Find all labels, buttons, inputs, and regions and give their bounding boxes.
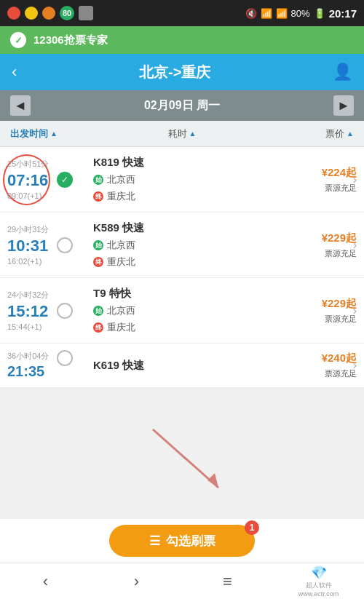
- next-date-button[interactable]: ►: [333, 95, 354, 116]
- nav-back-button[interactable]: ‹: [24, 563, 68, 599]
- page-title: 北京->重庆: [139, 63, 210, 82]
- battery-level: 80%: [291, 8, 310, 19]
- logo-icon: 💎: [311, 565, 327, 581]
- bottom-nav: ‹ › ≡ 💎 超人软件 www.ectr.com: [0, 563, 364, 599]
- start-station-label: 北京西: [107, 304, 135, 317]
- sort-arrow-duration: ▲: [189, 130, 197, 138]
- price-label: ¥224起: [322, 166, 357, 180]
- duration-label: 25小时51分: [7, 159, 49, 170]
- clock-display: 20:17: [329, 7, 357, 20]
- yellow-dot-icon: [25, 7, 38, 20]
- status-bar-right: 🔇 📶 📶 80% 🔋 20:17: [245, 7, 357, 20]
- date-bar: ◄ 02月09日 周一 ►: [0, 90, 364, 121]
- checkbox[interactable]: [57, 303, 73, 319]
- train-price-right: ¥240起 票源充足: [284, 344, 364, 387]
- expand-arrow-icon[interactable]: ›: [353, 304, 357, 317]
- train-name: T9 特快: [93, 287, 278, 301]
- train-price-right: ¥229起 票源充足: [284, 213, 364, 277]
- back-button[interactable]: ‹: [12, 63, 17, 82]
- nav-forward-button[interactable]: ›: [115, 563, 159, 599]
- end-station-row: 终 重庆北: [93, 321, 278, 334]
- train-info-middle: T9 特快 始 北京西 终 重庆北: [87, 278, 284, 343]
- notification-text: 12306抢票专家: [33, 33, 108, 47]
- date-display: 02月09日 周一: [144, 98, 220, 114]
- expand-arrow-icon[interactable]: ›: [353, 239, 357, 252]
- bottom-button-area: ☰ 勾选刷票 1: [0, 519, 364, 563]
- wifi-icon: 📶: [261, 8, 272, 19]
- user-icon[interactable]: 👤: [333, 63, 352, 82]
- train-row[interactable]: 25小时51分 07:16 09:07(+1) K819 快速 始 北京西 终 …: [0, 147, 364, 213]
- start-station-row: 始 北京西: [93, 173, 278, 186]
- red-dot-icon: [7, 7, 20, 20]
- departure-time: 15:12: [7, 302, 48, 321]
- arrival-time: 16:02(+1): [7, 257, 41, 266]
- refresh-icon: ☰: [149, 533, 160, 549]
- prev-date-button[interactable]: ◄: [10, 95, 31, 116]
- ticket-status-label: 票源充足: [325, 368, 357, 379]
- status-bar-left: 80: [7, 6, 93, 20]
- train-time-left: 25小时51分 07:16 09:07(+1): [0, 147, 87, 212]
- expand-arrow-icon[interactable]: ›: [353, 359, 357, 372]
- end-dot-icon: 终: [93, 322, 103, 333]
- battery-icon: 🔋: [314, 8, 325, 19]
- orange-dot-icon: [42, 7, 55, 20]
- price-label: ¥240起: [322, 352, 357, 365]
- nav-menu-button[interactable]: ≡: [206, 563, 250, 599]
- train-price-right: ¥224起 票源充足: [284, 147, 364, 212]
- checkbox[interactable]: [57, 350, 73, 366]
- table-header: 出发时间 ▲ 耗时 ▲ 票价 ▲: [0, 121, 364, 147]
- gray-icon: [79, 6, 93, 20]
- train-time-left: 36小时04分 21:35: [0, 344, 87, 387]
- end-station-row: 终 重庆北: [93, 190, 278, 203]
- refresh-ticket-button[interactable]: ☰ 勾选刷票 1: [109, 525, 255, 557]
- speaker-icon: 🔇: [245, 8, 257, 19]
- end-station-row: 终 重庆北: [93, 255, 278, 269]
- button-badge: 1: [245, 520, 259, 535]
- end-station-label: 重庆北: [107, 255, 135, 269]
- price-label: ¥229起: [322, 297, 357, 311]
- train-row[interactable]: 24小时32分 15:12 15:44(+1) T9 特快 始 北京西 终 重庆…: [0, 278, 364, 344]
- departure-time: 10:31: [7, 237, 48, 255]
- time-column-header[interactable]: 出发时间 ▲: [0, 127, 87, 140]
- train-name: K619 快速: [93, 359, 278, 373]
- app-logo: 💎 超人软件 www.ectr.com: [297, 563, 341, 599]
- train-time-left: 24小时32分 15:12 15:44(+1): [0, 278, 87, 343]
- arrival-time: 15:44(+1): [7, 322, 41, 331]
- duration-column-header[interactable]: 耗时 ▲: [87, 127, 277, 140]
- start-station-row: 始 北京西: [93, 239, 278, 252]
- price-column-header[interactable]: 票价 ▲: [277, 127, 364, 140]
- departure-time: 07:16: [7, 171, 48, 190]
- checkbox[interactable]: [57, 172, 73, 188]
- train-list: 25小时51分 07:16 09:07(+1) K819 快速 始 北京西 终 …: [0, 147, 364, 388]
- duration-label: 24小时32分: [7, 290, 49, 301]
- signal-icon: 📶: [276, 8, 288, 19]
- end-dot-icon: 终: [93, 191, 103, 202]
- start-dot-icon: 始: [93, 306, 103, 316]
- departure-time: 21:35: [7, 363, 44, 380]
- notification-bar: 12306抢票专家: [0, 26, 364, 54]
- train-name: K589 快速: [93, 221, 278, 235]
- train-info-middle: K819 快速 始 北京西 终 重庆北: [87, 147, 284, 212]
- end-station-label: 重庆北: [107, 321, 135, 334]
- logo-url: www.ectr.com: [298, 590, 339, 598]
- train-row[interactable]: 29小时31分 10:31 16:02(+1) K589 快速 始 北京西 终 …: [0, 213, 364, 278]
- checkbox[interactable]: [57, 237, 73, 253]
- expand-arrow-icon[interactable]: ›: [353, 173, 357, 186]
- train-row[interactable]: 36小时04分 21:35 K619 快速 ¥240起 票源充足 ›: [0, 344, 364, 388]
- refresh-button-label: 勾选刷票: [166, 533, 215, 550]
- annotation-arrow: [146, 422, 233, 509]
- check-icon: [10, 32, 26, 48]
- duration-label: 36小时04分: [7, 351, 49, 362]
- train-price-right: ¥229起 票源充足: [284, 278, 364, 343]
- sort-arrow-price: ▲: [347, 130, 354, 138]
- start-station-row: 始 北京西: [93, 304, 278, 317]
- end-station-label: 重庆北: [107, 190, 135, 203]
- svg-line-0: [153, 429, 218, 488]
- start-station-label: 北京西: [107, 239, 135, 252]
- arrival-time: 09:07(+1): [7, 191, 41, 200]
- start-dot-icon: 始: [93, 240, 103, 250]
- logo-text: 超人软件: [306, 581, 332, 590]
- sort-arrow-time: ▲: [50, 130, 58, 138]
- start-dot-icon: 始: [93, 175, 103, 185]
- ticket-status-label: 票源充足: [325, 314, 357, 325]
